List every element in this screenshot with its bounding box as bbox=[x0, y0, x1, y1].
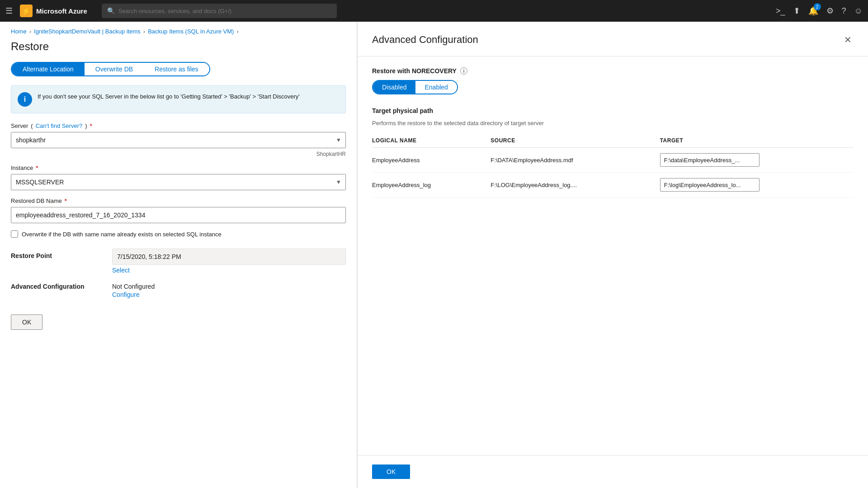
user-icon[interactable]: ☺ bbox=[854, 6, 863, 16]
path-table: LOGICAL NAME SOURCE TARGET EmployeeAddre… bbox=[372, 134, 854, 197]
app-logo: ⚡ Microsoft Azure bbox=[20, 5, 87, 17]
restore-tabs: Alternate Location Overwrite DB Restore … bbox=[11, 62, 210, 76]
server-field-label: Server (Can't find Server?) * bbox=[11, 122, 346, 129]
target-path-subtitle: Performs the restore to the selected dat… bbox=[372, 120, 854, 127]
server-parens-open: ( bbox=[31, 122, 33, 129]
tab-overwrite-db[interactable]: Overwrite DB bbox=[85, 63, 144, 75]
search-box[interactable]: 🔍 bbox=[102, 4, 337, 18]
cell-logical-name: EmployeeAddress_log bbox=[372, 173, 491, 197]
info-box: i If you don't see your SQL Server in th… bbox=[11, 85, 346, 113]
info-message: If you don't see your SQL Server in the … bbox=[38, 92, 300, 101]
azure-icon: ⚡ bbox=[20, 5, 33, 17]
panel-body: Restore with NORECOVERY i Disabled Enabl… bbox=[358, 56, 868, 455]
help-icon[interactable]: ? bbox=[842, 6, 846, 16]
advanced-config-row: Advanced Configuration Not Configured Co… bbox=[11, 283, 346, 298]
close-panel-button[interactable]: ✕ bbox=[842, 33, 854, 47]
restore-point-label: Restore Point bbox=[11, 249, 101, 259]
cloud-upload-icon[interactable]: ⬆ bbox=[793, 6, 800, 16]
instance-select-wrapper: MSSQLSERVER ▼ bbox=[11, 174, 346, 190]
panel-header: Advanced Configuration ✕ bbox=[358, 22, 868, 56]
advanced-config-label: Advanced Configuration bbox=[11, 283, 101, 290]
restored-db-label: Restored DB Name * bbox=[11, 197, 346, 204]
search-icon: 🔍 bbox=[107, 7, 115, 14]
panel-title: Advanced Configuration bbox=[372, 34, 478, 46]
server-required-mark: * bbox=[90, 122, 92, 129]
col-logical-name: LOGICAL NAME bbox=[372, 134, 491, 148]
advanced-config-status: Not Configured bbox=[112, 283, 346, 290]
norecovery-toggle: Disabled Enabled bbox=[372, 80, 458, 94]
instance-field-label: Instance * bbox=[11, 164, 346, 171]
instance-select[interactable]: MSSQLSERVER bbox=[11, 174, 346, 190]
logo-text: Microsoft Azure bbox=[36, 7, 87, 15]
breadcrumb-items[interactable]: Backup Items (SQL in Azure VM) bbox=[148, 28, 234, 35]
restore-point-section: Restore Point Select bbox=[0, 249, 357, 274]
server-label-text: Server bbox=[11, 122, 28, 129]
overwrite-checkbox-label: Overwrite if the DB with same name alrea… bbox=[22, 231, 222, 238]
panel-footer: OK bbox=[358, 455, 868, 488]
advanced-config-right: Not Configured Configure bbox=[112, 283, 346, 298]
server-select-wrapper: shopkarthr ▼ bbox=[11, 132, 346, 148]
restored-db-label-text: Restored DB Name bbox=[11, 197, 62, 204]
tab-alternate-location[interactable]: Alternate Location bbox=[12, 63, 85, 75]
settings-icon[interactable]: ⚙ bbox=[826, 6, 834, 16]
breadcrumb-sep-2: › bbox=[143, 28, 145, 35]
page-title: Restore bbox=[0, 38, 357, 62]
target-path-title: Target physical path bbox=[372, 107, 854, 114]
breadcrumb-sep-1: › bbox=[29, 28, 31, 35]
server-parens-close: ) bbox=[85, 122, 87, 129]
ok-section: OK bbox=[0, 307, 357, 337]
terminal-icon[interactable]: >_ bbox=[776, 6, 785, 16]
form-section: Server (Can't find Server?) * shopkarthr… bbox=[0, 122, 357, 238]
path-table-header-row: LOGICAL NAME SOURCE TARGET bbox=[372, 134, 854, 148]
norecovery-info-icon[interactable]: i bbox=[460, 67, 467, 75]
advanced-config-section: Advanced Configuration Not Configured Co… bbox=[0, 283, 357, 298]
restore-point-right: Select bbox=[112, 249, 346, 274]
overwrite-checkbox-row: Overwrite if the DB with same name alrea… bbox=[11, 230, 346, 238]
top-navigation: ☰ ⚡ Microsoft Azure 🔍 >_ ⬆ 🔔2 ⚙ ? ☺ bbox=[0, 0, 868, 22]
path-input-1[interactable] bbox=[660, 178, 760, 192]
path-input-0[interactable] bbox=[660, 153, 760, 167]
notification-badge: 2 bbox=[814, 3, 821, 10]
ok-button[interactable]: OK bbox=[11, 314, 42, 330]
search-input[interactable] bbox=[118, 8, 331, 14]
restore-point-select-link[interactable]: Select bbox=[112, 267, 130, 274]
restored-db-input[interactable] bbox=[11, 207, 346, 223]
info-icon: i bbox=[18, 92, 32, 107]
instance-label-text: Instance bbox=[11, 164, 33, 171]
toggle-enabled-button[interactable]: Enabled bbox=[415, 81, 457, 94]
target-path-section: Target physical path Performs the restor… bbox=[372, 107, 854, 197]
main-layout: Home › IgniteShopkartDemoVault | Backup … bbox=[0, 22, 868, 488]
toggle-disabled-button[interactable]: Disabled bbox=[373, 81, 415, 94]
configure-link[interactable]: Configure bbox=[112, 291, 140, 298]
topnav-actions: >_ ⬆ 🔔2 ⚙ ? ☺ bbox=[776, 6, 863, 16]
cell-logical-name: EmployeeAddress bbox=[372, 148, 491, 173]
breadcrumb-vault[interactable]: IgniteShopkartDemoVault | Backup items bbox=[34, 28, 141, 35]
breadcrumb-home[interactable]: Home bbox=[11, 28, 27, 35]
overwrite-checkbox[interactable] bbox=[11, 230, 18, 238]
cell-source: F:\LOG\EmployeeAddress_log.... bbox=[491, 173, 660, 197]
norecovery-label-text: Restore with NORECOVERY bbox=[372, 67, 457, 75]
table-row: EmployeeAddress_logF:\LOG\EmployeeAddres… bbox=[372, 173, 854, 197]
col-source: SOURCE bbox=[491, 134, 660, 148]
col-target: TARGET bbox=[660, 134, 854, 148]
notifications-icon[interactable]: 🔔2 bbox=[808, 6, 818, 16]
table-row: EmployeeAddressF:\DATA\EmployeeAddress.m… bbox=[372, 148, 854, 173]
tab-restore-as-files[interactable]: Restore as files bbox=[144, 63, 209, 75]
restore-point-row: Restore Point Select bbox=[11, 249, 346, 274]
hamburger-menu-icon[interactable]: ☰ bbox=[5, 6, 13, 16]
restored-db-required-mark: * bbox=[65, 197, 67, 204]
breadcrumb-sep-3: › bbox=[236, 28, 238, 35]
server-select[interactable]: shopkarthr bbox=[11, 132, 346, 148]
instance-required-mark: * bbox=[36, 164, 38, 171]
cant-find-server-link[interactable]: Can't find Server? bbox=[36, 122, 83, 129]
advanced-config-panel: Advanced Configuration ✕ Restore with NO… bbox=[358, 22, 868, 488]
restore-point-input[interactable] bbox=[112, 249, 346, 265]
norecovery-section-title: Restore with NORECOVERY i bbox=[372, 67, 854, 75]
cell-target bbox=[660, 148, 854, 173]
panel-ok-button[interactable]: OK bbox=[372, 465, 410, 479]
breadcrumb: Home › IgniteShopkartDemoVault | Backup … bbox=[0, 22, 357, 38]
cell-source: F:\DATA\EmployeeAddress.mdf bbox=[491, 148, 660, 173]
server-hint: ShopkartHR bbox=[11, 151, 346, 157]
restore-panel: Home › IgniteShopkartDemoVault | Backup … bbox=[0, 22, 357, 488]
cell-target bbox=[660, 173, 854, 197]
